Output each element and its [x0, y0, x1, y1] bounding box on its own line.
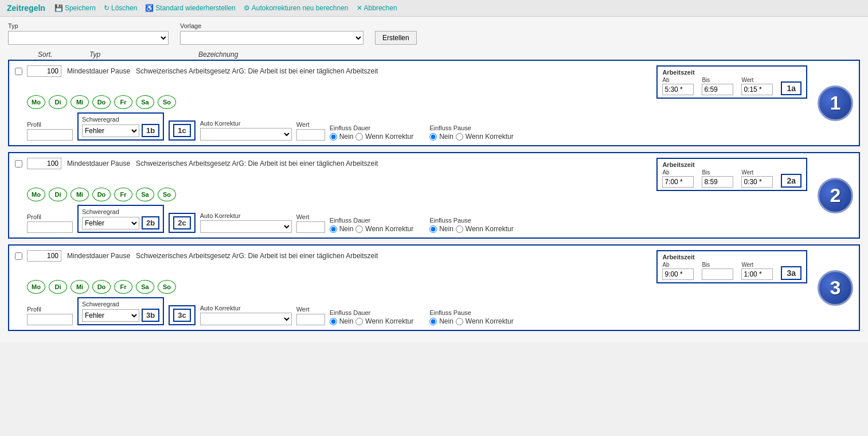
day-btn-Mo-1[interactable]: Mo — [27, 95, 45, 109]
content-area: Typ Vorlage Erstellen Sort. Typ Bezeichn… — [0, 17, 868, 342]
day-btn-So-3[interactable]: So — [158, 280, 176, 294]
toolbar: 💾 Speichern ↻ Löschen ♿ Standard wiederh… — [54, 4, 397, 12]
bis-input-2[interactable] — [702, 176, 733, 188]
profil-input-2[interactable] — [27, 221, 73, 233]
einfluss-dauer-label-3: Einfluss Dauer — [330, 309, 414, 316]
ab-input-3[interactable] — [662, 268, 694, 280]
schweregrad-select-3[interactable]: Fehler — [82, 309, 139, 322]
bis-field-3: Bis — [702, 262, 733, 280]
wert-az-input-2[interactable] — [741, 176, 773, 188]
day-btn-Mo-2[interactable]: Mo — [27, 188, 45, 201]
day-btn-Fr-3[interactable]: Fr — [114, 280, 132, 294]
typ-select[interactable] — [8, 31, 169, 45]
profil-label-3: Profil — [27, 306, 73, 313]
sort-input-1[interactable] — [27, 65, 61, 77]
bis-label-2: Bis — [702, 169, 733, 176]
dauer-wenn-radio-2[interactable] — [355, 225, 363, 233]
wert-input-2[interactable] — [296, 221, 325, 233]
recalc-button[interactable]: ⚙ Autokorrekturen neu berechnen — [244, 4, 349, 12]
sub-badge-2: 2a — [781, 174, 801, 188]
ak-label-3: Auto Korrektur — [200, 305, 292, 312]
dauer-nein-radio-1[interactable] — [330, 133, 337, 141]
rule-checkbox-3[interactable] — [15, 252, 22, 260]
einfluss-pause-label-2: Einfluss Pause — [429, 217, 514, 224]
top-bar: Zeitregeln 💾 Speichern ↻ Löschen ♿ Stand… — [0, 0, 868, 17]
schweregrad-select-2[interactable]: Fehler — [82, 217, 139, 229]
wert-input-3[interactable] — [296, 314, 325, 325]
vorlage-label: Vorlage — [180, 22, 363, 29]
sort-input-2[interactable] — [27, 158, 61, 169]
reset-button[interactable]: ♿ Standard wiederherstellen — [145, 4, 235, 12]
ak-group-1: 1c — [169, 120, 195, 141]
vorlage-select[interactable] — [180, 31, 363, 45]
rule-checkbox-1[interactable] — [15, 68, 22, 75]
delete-button[interactable]: ↻ Löschen — [104, 4, 137, 12]
day-btn-Sa-3[interactable]: Sa — [136, 280, 154, 294]
delete-icon: ↻ — [104, 4, 110, 12]
dauer-nein-label-1: Nein — [339, 133, 354, 141]
sub-badge-1: 1a — [781, 81, 801, 95]
pause-wenn-radio-2[interactable] — [456, 225, 463, 233]
day-btn-Di-2[interactable]: Di — [49, 188, 67, 201]
wert-az-field-1: Wert — [741, 77, 773, 95]
day-btn-Do-2[interactable]: Do — [92, 188, 111, 201]
dauer-wenn-radio-1[interactable] — [355, 133, 363, 141]
pause-nein-radio-3[interactable] — [429, 318, 437, 325]
dauer-nein-radio-2[interactable] — [330, 225, 337, 233]
day-btn-Fr-1[interactable]: Fr — [114, 95, 132, 109]
pause-nein-radio-1[interactable] — [429, 133, 437, 141]
einfluss-pause-radios-2: Nein Wenn Korrektur — [429, 225, 514, 233]
day-btn-Mi-2[interactable]: Mi — [71, 188, 89, 201]
wert-az-input-1[interactable] — [741, 84, 773, 95]
day-btn-So-2[interactable]: So — [158, 188, 176, 201]
typ-group: Typ — [8, 22, 169, 45]
erstellen-button[interactable]: Erstellen — [375, 31, 417, 45]
bis-input-1[interactable] — [702, 84, 733, 95]
day-btn-Do-1[interactable]: Do — [92, 95, 111, 109]
bis-input-3[interactable] — [702, 268, 733, 280]
wert-az-input-3[interactable] — [741, 268, 773, 280]
day-btn-Di-3[interactable]: Di — [49, 280, 67, 294]
save-button[interactable]: 💾 Speichern — [54, 4, 96, 12]
dauer-wenn-radio-3[interactable] — [355, 318, 363, 325]
day-btn-Mi-1[interactable]: Mi — [71, 95, 89, 109]
cancel-icon: ✕ — [357, 4, 362, 12]
rule-checkbox-2[interactable] — [15, 160, 22, 168]
pause-nein-label-1: Nein — [439, 133, 453, 141]
day-btn-Sa-1[interactable]: Sa — [136, 95, 154, 109]
profil-input-1[interactable] — [27, 129, 73, 141]
sort-input-3[interactable] — [27, 250, 61, 262]
pause-wenn-radio-3[interactable] — [456, 318, 463, 325]
ak-badge-3: 3c — [173, 309, 190, 322]
day-btn-Mo-3[interactable]: Mo — [27, 280, 45, 294]
wert-input-1[interactable] — [296, 129, 325, 141]
pause-nein-radio-2[interactable] — [429, 225, 437, 233]
ak-select-2[interactable] — [200, 220, 292, 233]
bezeichnung-col-header: Bezeichnung — [198, 50, 238, 59]
day-btn-Di-1[interactable]: Di — [49, 95, 67, 109]
wert-group-3: Wert — [296, 306, 325, 325]
einfluss-pause-radios-1: Nein Wenn Korrektur — [429, 133, 514, 141]
day-btn-Do-3[interactable]: Do — [92, 280, 111, 294]
cancel-button[interactable]: ✕ Abbrechen — [357, 4, 397, 12]
einfluss-pause-label-3: Einfluss Pause — [429, 309, 514, 316]
dauer-nein-radio-3[interactable] — [330, 318, 337, 325]
day-btn-Mi-3[interactable]: Mi — [71, 280, 89, 294]
pause-wenn-radio-1[interactable] — [456, 133, 463, 141]
ab-input-2[interactable] — [662, 176, 694, 188]
day-btn-Fr-2[interactable]: Fr — [114, 188, 132, 201]
bottom-row-1: Profil Schweregrad Fehler 1b — [27, 112, 807, 141]
day-btn-So-1[interactable]: So — [158, 95, 176, 109]
arbeitszeit-box-2: Arbeitszeit Ab Bis Wert — [656, 158, 807, 191]
schweregrad-select-1[interactable]: Fehler — [82, 124, 139, 137]
ak-badge-1: 1c — [173, 124, 190, 137]
day-btn-Sa-2[interactable]: Sa — [136, 188, 154, 201]
ab-input-1[interactable] — [662, 84, 694, 95]
rule-main-row-1: Mindestdauer Pause Schweizerisches Arbei… — [15, 65, 853, 141]
rule-inner-1: Mindestdauer Pause Schweizerisches Arbei… — [27, 65, 853, 141]
auto-korrektur-group-2: Auto Korrektur — [200, 212, 292, 233]
ak-select-1[interactable] — [200, 128, 292, 141]
profil-input-3[interactable] — [27, 314, 73, 325]
ak-select-3[interactable] — [200, 313, 292, 325]
sort-col-header: Sort. — [38, 50, 84, 59]
